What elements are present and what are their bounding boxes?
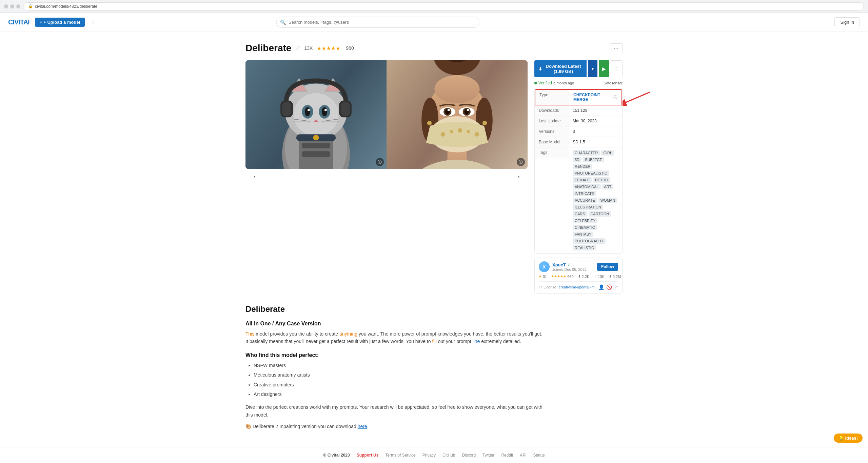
follow-button[interactable]: Follow <box>597 263 618 271</box>
lock-icon: 🔒 <box>28 4 33 8</box>
svg-point-44 <box>448 109 450 111</box>
back-button[interactable] <box>4 4 8 8</box>
tag-item[interactable]: PHOTOGRAPHY <box>573 238 606 244</box>
type-row: Type CHECKPOINT MERGE ⓘ <box>535 89 622 105</box>
author-likes-count: 13K <box>598 275 605 279</box>
license-link[interactable]: creativeml-openrail-m <box>559 285 595 289</box>
gallery-prev-button[interactable]: ‹ <box>249 172 260 182</box>
tag-item[interactable]: RETRO <box>593 177 610 183</box>
search-bar: 🔍 <box>276 17 479 28</box>
tag-item[interactable]: SUBJECT <box>583 157 604 162</box>
who-title: Who find this model perfect: <box>245 352 544 358</box>
license-block-icon[interactable]: 🚫 <box>606 284 612 290</box>
svg-point-45 <box>467 109 469 111</box>
bullet-list: NSFW mastersMeticulous anatomy artistsCr… <box>245 362 544 398</box>
model-heart-icon: ♡ <box>295 45 300 52</box>
versions-row: Versions 3 <box>535 126 622 137</box>
tag-item[interactable]: CINEMATIC <box>573 225 597 230</box>
basemodel-row: Base Model SD 1.5 <box>535 137 622 147</box>
tag-item[interactable]: GIRL <box>601 150 614 156</box>
author-downloads-stat: ⬇ 2.2K <box>578 274 590 279</box>
list-item: Creative prompters <box>254 381 544 388</box>
site-logo[interactable]: CIVITAI <box>8 18 29 26</box>
tag-item[interactable]: PHOTOREALISTIC <box>573 170 609 176</box>
tag-item[interactable]: CELEBRITY <box>573 218 597 223</box>
svg-rect-26 <box>341 102 350 116</box>
model-menu-button[interactable]: ⋯ <box>610 43 623 53</box>
author-size-value: 0.2M <box>613 275 621 279</box>
license-user-icon[interactable]: 👤 <box>598 284 604 290</box>
tag-item[interactable]: ART <box>602 184 614 189</box>
search-icon: 🔍 <box>280 20 286 25</box>
verified-badge: Verified a month ago <box>534 81 574 85</box>
tag-item[interactable]: CHARACTER <box>573 150 600 156</box>
svg-point-53 <box>482 121 487 125</box>
line-highlight: line <box>473 339 480 344</box>
versions-label: Versions <box>535 126 569 137</box>
license-icon: 🛡 <box>539 285 542 289</box>
author-downloads-count: 2.2K <box>582 275 590 279</box>
gallery-next-button[interactable]: › <box>513 172 524 182</box>
tag-item[interactable]: 3D <box>573 157 581 162</box>
gallery-right-info-button[interactable]: ⓘ <box>517 158 525 166</box>
tags-row: Tags CHARACTERGIRL3DSUBJECTRENDERPHOTORE… <box>535 147 622 253</box>
basemodel-label: Base Model <box>535 137 569 147</box>
download-icon: ⬇ <box>538 66 542 72</box>
tag-item[interactable]: ILLUSTRATION <box>573 204 603 210</box>
tag-item[interactable]: FANTASY <box>573 232 593 237</box>
lastupdate-label: Last Update <box>535 116 569 126</box>
ideas-badge[interactable]: 💡 Ideas! <box>834 434 863 443</box>
description-subtitle: All in One / Any Case Version <box>245 321 544 327</box>
tag-item[interactable]: REALISTIC <box>573 245 596 250</box>
download-button[interactable]: ⬇ Download Latest (1.99 GB) <box>534 60 587 77</box>
type-value: CHECKPOINT MERGE ⓘ <box>569 90 622 105</box>
tag-item[interactable]: RENDER <box>573 164 592 169</box>
forward-button[interactable] <box>10 4 14 8</box>
lastupdate-row: Last Update Mar 30, 2023 <box>535 116 622 126</box>
gallery-left-info-button[interactable]: ⓘ <box>376 158 384 166</box>
url-text: civitai.com/models/4823/deliberate <box>35 4 97 9</box>
author-rating-stat: ★★★★★ 960 <box>551 275 573 279</box>
author-stats: ★ 31 ★★★★★ 960 ⬇ 2.2K ♡ 13K <box>539 274 618 279</box>
signin-button[interactable]: Sign In <box>834 17 860 27</box>
download-chevron-button[interactable]: ▼ <box>588 60 597 77</box>
upload-model-button[interactable]: + + Upload a model <box>35 18 85 27</box>
main-content: Deliberate ♡ 13K ★★★★★ 960 ⋯ <box>237 32 631 445</box>
upload-icon: + <box>40 20 42 25</box>
wishlist-button[interactable]: ♡ <box>90 19 96 26</box>
svg-point-28 <box>313 135 319 141</box>
tag-item[interactable]: INTRICATE <box>573 191 596 196</box>
description-section: Deliberate All in One / Any Case Version… <box>245 304 544 430</box>
license-row: 🛡 License: creativeml-openrail-m 👤 🚫 ↗ <box>539 281 618 290</box>
author-name[interactable]: XpucT ✓ <box>552 262 594 267</box>
checkpoint-type: CHECKPOINT MERGE ⓘ <box>573 93 617 102</box>
svg-point-16 <box>308 109 310 111</box>
license-info: 🛡 License: creativeml-openrail-m <box>539 285 595 289</box>
gallery-wrap: ⓘ <box>245 60 528 294</box>
license-share-icon[interactable]: ↗ <box>614 284 618 290</box>
search-input[interactable] <box>276 17 479 28</box>
play-button[interactable]: ▶ <box>599 60 609 77</box>
type-help-icon[interactable]: ⓘ <box>613 95 617 100</box>
downloads-label: Downloads <box>535 105 569 116</box>
svg-rect-25 <box>282 102 291 116</box>
tag-item[interactable]: ACCURATE <box>573 198 597 203</box>
svg-point-52 <box>427 121 432 125</box>
inpainting-link[interactable]: here <box>358 424 367 429</box>
svg-point-48 <box>450 130 453 133</box>
description-body-text: Dive into the perfect creations world wi… <box>245 403 544 419</box>
tag-item[interactable]: WOMAN <box>598 198 617 203</box>
tag-item[interactable]: ANATOMICAL <box>573 184 601 189</box>
tag-item[interactable]: FEMALE <box>573 177 592 183</box>
download-row: ⬇ Download Latest (1.99 GB) ▼ ▶ ♡ <box>534 60 623 77</box>
favorite-button[interactable]: ♡ <box>611 60 623 77</box>
address-bar[interactable]: 🔒 civitai.com/models/4823/deliberate <box>23 2 864 11</box>
downloads-value: 151,128 <box>569 105 622 116</box>
tags-label: Tags <box>535 147 569 158</box>
tag-item[interactable]: CARS <box>573 211 587 217</box>
gallery-image-cat: ⓘ <box>245 60 387 169</box>
refresh-button[interactable] <box>16 4 20 8</box>
svg-line-55 <box>626 92 650 102</box>
tag-item[interactable]: CARTOON <box>589 211 611 217</box>
content-row: ⓘ <box>245 60 623 294</box>
